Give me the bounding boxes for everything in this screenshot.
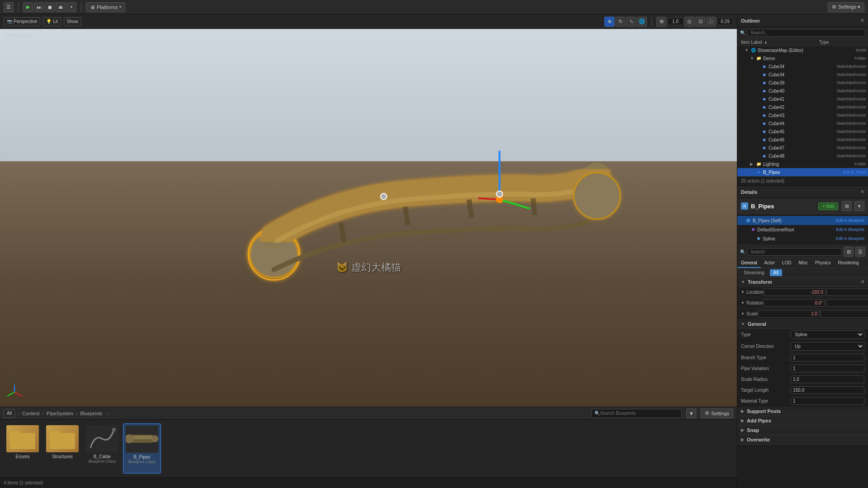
pipe-variation-input[interactable]: [791, 365, 864, 372]
settings-button[interactable]: ⚙ Settings ▾: [828, 2, 864, 12]
content-filter-btn[interactable]: ▼: [686, 408, 696, 418]
tree-item-cube47[interactable]: ◆ Cube47 StaticMeshActor: [737, 144, 868, 152]
location-inputs: [764, 288, 868, 296]
grid-snap-btn[interactable]: ⊞: [656, 17, 666, 27]
sub-tab-all[interactable]: All: [770, 269, 782, 276]
transform-space-toggle[interactable]: 🌐: [637, 17, 647, 27]
breadcrumb-nav-forward[interactable]: ›: [107, 411, 108, 416]
comp-item-defaultsceneroot[interactable]: DefaultSceneRoot Edit in Blueprint: [737, 225, 868, 234]
details-view-options[interactable]: ⊞: [842, 201, 852, 211]
tree-item-cube48[interactable]: ◆ Cube48 StaticMeshActor: [737, 152, 868, 160]
tree-item-demo[interactable]: ▼ 📁 Demo Folder: [737, 54, 868, 62]
content-item-bpipes[interactable]: B_Pipes Blueprint Class: [123, 423, 161, 474]
stop-button[interactable]: ⏹: [45, 2, 55, 12]
content-nav-all[interactable]: All: [4, 409, 15, 418]
platforms-button[interactable]: 🖥 Platforms ▾: [86, 2, 125, 12]
tab-misc[interactable]: Misc: [795, 258, 811, 268]
content-item-enums[interactable]: Enums: [4, 423, 42, 474]
location-y-input[interactable]: [826, 288, 868, 296]
corner-direction-select[interactable]: Up: [791, 342, 864, 351]
tree-item-cube40[interactable]: ◆ Cube40 StaticMeshActor: [737, 87, 868, 95]
viewport-camera-toggle[interactable]: 📷 Perspective: [4, 17, 40, 26]
outliner-search-input[interactable]: [747, 29, 865, 37]
tab-general[interactable]: General: [737, 258, 761, 268]
viewport-lit-toggle[interactable]: 💡 Lit: [43, 17, 61, 26]
content-search-input[interactable]: [600, 411, 672, 416]
target-length-input[interactable]: [791, 386, 864, 394]
tree-item-cube34a[interactable]: ◆ Cube34 StaticMeshActor: [737, 62, 868, 70]
folder-icon-lighting: 📁: [755, 161, 762, 167]
content-nav-content[interactable]: Content: [22, 411, 40, 416]
add-pipes-section-header[interactable]: ▶ Add Pipes: [737, 416, 868, 426]
content-nav-blueprints[interactable]: Blueprints: [80, 411, 102, 416]
transform-section-header[interactable]: ▼ Transform ↺: [737, 277, 868, 287]
tree-item-cube43[interactable]: ◆ Cube43 StaticMeshActor: [737, 111, 868, 119]
tree-item-lighting[interactable]: ▶ 📁 Lighting Folder: [737, 160, 868, 168]
edit-blueprint-link-1[interactable]: Edit in Blueprint: [836, 218, 864, 223]
viewport-toolbar: 📷 Perspective 💡 Lit Show ⊕ ↻ ⤡ 🌐 ⊞ 1.0: [0, 14, 737, 29]
camera-speed-btn[interactable]: 🎥: [706, 17, 716, 27]
content-nav-pipesystem[interactable]: PipeSystem: [47, 411, 73, 416]
tree-item-cube44[interactable]: ◆ Cube44 StaticMeshActor: [737, 119, 868, 127]
scale-radius-input[interactable]: [791, 375, 864, 383]
sub-tab-streaming[interactable]: Streaming: [740, 269, 768, 276]
tree-item-cube39[interactable]: ◆ Cube39 StaticMeshActor: [737, 79, 868, 87]
details-search-input[interactable]: [747, 248, 842, 256]
mesh-icon-4: ◆: [761, 88, 767, 94]
support-posts-section-header[interactable]: ▶ Support Posts: [737, 407, 868, 416]
viewport-3d[interactable]: 🐱 虚幻大橘猫 Perspective X Z Y: [0, 29, 737, 407]
tree-item-cube46[interactable]: ◆ Cube46 StaticMeshActor: [737, 136, 868, 144]
more-play-button[interactable]: ▾: [66, 2, 76, 12]
viewport-show-toggle[interactable]: Show: [64, 17, 81, 26]
outliner-close-btn[interactable]: ✕: [860, 18, 864, 23]
comp-item-bpipes-self[interactable]: B_Pipes (Self) Edit in Blueprint: [737, 216, 868, 225]
edit-blueprint-link-2[interactable]: Edit in Blueprint: [836, 227, 864, 232]
col-item-label[interactable]: Item Label ▲: [741, 40, 819, 45]
details-more-options[interactable]: ▾: [854, 201, 864, 211]
angle-snap-btn[interactable]: ◎: [684, 17, 694, 27]
transform-reset-btn[interactable]: ↺: [861, 280, 864, 284]
rotation-y-input[interactable]: [826, 299, 868, 307]
add-component-button[interactable]: + Add: [818, 202, 838, 210]
snap-section-header[interactable]: ▶ Snap: [737, 426, 868, 435]
tree-item-cube34b[interactable]: ◆ Cube34 StaticMeshActor: [737, 70, 868, 79]
branch-type-input[interactable]: [791, 354, 864, 361]
content-item-structures[interactable]: Structures: [43, 423, 81, 474]
scale-tool[interactable]: ⤡: [626, 17, 636, 27]
scale-x-input[interactable]: [758, 310, 820, 318]
blueprint-icon: ●: [755, 169, 762, 175]
tree-item-showcasemap[interactable]: ▼ 🌐 ShowcaseMap (Editor) World: [737, 46, 868, 54]
outliner-title: Outliner: [741, 18, 760, 23]
menu-icon[interactable]: ☰: [4, 2, 14, 12]
tree-item-cube41[interactable]: ◆ Cube41 StaticMeshActor: [737, 95, 868, 103]
translate-tool[interactable]: ⊕: [604, 17, 614, 27]
skip-forward-button[interactable]: ⏭: [34, 2, 44, 12]
comp-item-spline[interactable]: Spline Edit in Blueprint: [737, 234, 868, 243]
details-list-view-btn[interactable]: ☰: [855, 247, 865, 257]
edit-blueprint-link-3[interactable]: Edit in Blueprint: [836, 236, 864, 241]
overwrite-section-header[interactable]: ▶ Overwrite: [737, 435, 868, 445]
tab-rendering[interactable]: Rendering: [835, 258, 863, 268]
tab-actor[interactable]: Actor: [761, 258, 778, 268]
location-x-input[interactable]: [764, 288, 826, 296]
bcable-sublabel: Blueprint Class: [89, 459, 116, 464]
rotate-tool[interactable]: ↻: [615, 17, 625, 27]
tab-physics[interactable]: Physics: [811, 258, 834, 268]
tree-item-cube45[interactable]: ◆ Cube45 StaticMeshActor: [737, 127, 868, 136]
type-select[interactable]: Spline: [791, 330, 864, 339]
tab-lod[interactable]: LOD: [778, 258, 795, 268]
content-settings-btn[interactable]: ⚙ Settings: [701, 408, 733, 418]
tree-item-bpipes[interactable]: ● B_Pipes Edit B_Pipes: [737, 168, 868, 176]
content-item-bcable[interactable]: B_Cable Blueprint Class: [83, 423, 121, 474]
general-section-header[interactable]: ▼ General: [737, 319, 868, 329]
rotation-x-input[interactable]: [763, 299, 825, 307]
tree-item-cube42[interactable]: ◆ Cube42 StaticMeshActor: [737, 103, 868, 111]
add-pipes-label: Add Pipes: [747, 418, 771, 423]
details-grid-view-btn[interactable]: ⊞: [844, 247, 854, 257]
scale-snap-btn[interactable]: ⊡: [695, 17, 705, 27]
details-close-btn[interactable]: ✕: [860, 189, 864, 195]
material-type-input[interactable]: [791, 397, 864, 405]
eject-button[interactable]: ⏏: [56, 2, 66, 12]
scale-y-input[interactable]: [821, 310, 868, 318]
play-button[interactable]: ▶: [23, 2, 33, 12]
